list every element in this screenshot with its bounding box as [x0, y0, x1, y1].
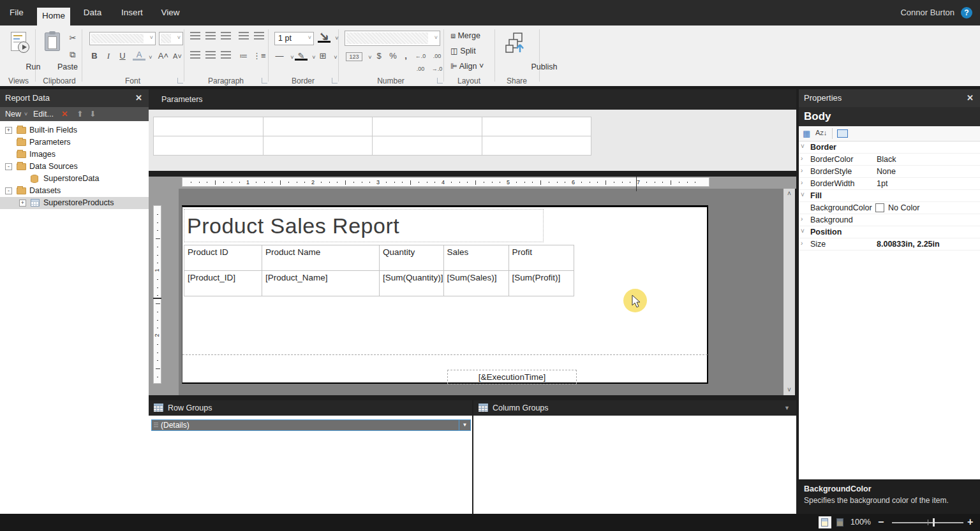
collapse-icon[interactable]: ˅ [801, 228, 805, 235]
tree-item-built-in-fields[interactable]: +Built-in Fields [0, 124, 149, 136]
tree-item-parameters[interactable]: Parameters [0, 136, 149, 149]
paste-button[interactable]: Paste [38, 29, 68, 74]
font-dialog-launcher[interactable] [177, 78, 183, 84]
align-left-button[interactable] [189, 50, 202, 62]
property-row-background[interactable]: ›Background [799, 214, 980, 226]
align-center-button[interactable] [204, 50, 217, 62]
align-right-button[interactable] [219, 50, 232, 62]
property-row-bordercolor[interactable]: ›BorderColorBlack [799, 154, 980, 166]
fill-color-button[interactable]: 🡶 [318, 31, 330, 43]
parameter-cell[interactable] [482, 136, 592, 156]
font-name-combo[interactable]: ˅ [89, 32, 156, 45]
parameter-cell[interactable] [263, 117, 373, 136]
table-data-cell[interactable]: [Product_Name] [262, 271, 380, 296]
align-top-button[interactable] [189, 31, 202, 43]
border-dialog-launcher[interactable] [332, 78, 338, 84]
table-header-cell[interactable]: Sales [443, 245, 509, 271]
expand-icon[interactable]: › [801, 155, 803, 162]
property-pages-icon[interactable] [837, 129, 848, 138]
edit-button[interactable]: Edit... [33, 107, 54, 121]
delete-icon[interactable]: ✕ [61, 107, 68, 121]
details-dropdown-icon[interactable]: ▼ [459, 420, 470, 430]
publish-button[interactable]: Publish [498, 29, 533, 74]
numbering-button[interactable]: ⋮≡ [253, 50, 265, 62]
new-button[interactable]: New [5, 107, 21, 121]
expand-icon[interactable]: › [801, 240, 803, 247]
expand-icon[interactable]: + [5, 127, 12, 134]
property-row-borderstyle[interactable]: ›BorderStyleNone [799, 166, 980, 178]
run-view-button[interactable] [834, 516, 847, 528]
row-group-details[interactable]: (Details) ▼ [151, 419, 471, 431]
percent-button[interactable]: % [387, 50, 399, 62]
currency-button[interactable]: $ [373, 50, 385, 62]
align-bottom-button[interactable] [219, 31, 232, 43]
shrink-font-button[interactable]: A˅ [171, 50, 184, 62]
table-header-cell[interactable]: Product Name [262, 245, 380, 271]
copy-icon[interactable]: ⧉ [66, 48, 79, 61]
merge-button[interactable]: ⧈ Merge [450, 29, 491, 42]
new-dropdown-icon[interactable]: ˅ [24, 107, 27, 121]
categorized-icon[interactable]: ▦ [803, 129, 810, 138]
collapse-icon[interactable]: ˅ [801, 191, 805, 198]
color-swatch[interactable] [875, 203, 884, 212]
borders-button[interactable]: ⊞ [316, 50, 329, 62]
comma-button[interactable]: , [399, 50, 412, 62]
italic-button[interactable]: I [102, 50, 115, 62]
property-row-backgroundcolor[interactable]: BackgroundColorNo Color [799, 202, 980, 214]
expand-icon[interactable]: › [801, 215, 803, 222]
tree-item-superstoreproducts[interactable]: +SuperstoreProducts [0, 197, 149, 209]
zoom-out-button[interactable]: − [878, 514, 884, 531]
property-category-fill[interactable]: ˅Fill [799, 190, 980, 202]
parameter-cell[interactable] [372, 117, 482, 136]
column-groups-dropdown-icon[interactable]: ▼ [784, 400, 790, 416]
execution-time-textbox[interactable]: [&ExecutionTime] [447, 370, 577, 384]
decrease-indent-button[interactable] [237, 31, 250, 43]
paragraph-dialog-launcher[interactable] [262, 78, 267, 84]
tab-data[interactable]: Data [78, 0, 107, 25]
table-data-cell[interactable]: [Sum(Sales)] [443, 271, 509, 296]
pen-color-button[interactable]: ✎ [295, 50, 308, 61]
report-table[interactable]: Product IDProduct NameQuantitySalesProfi… [184, 245, 574, 296]
border-width-combo[interactable]: 1 pt˅ [274, 32, 314, 45]
parameter-cell[interactable] [153, 117, 264, 136]
align-middle-button[interactable] [204, 31, 217, 43]
expand-icon[interactable]: › [801, 167, 803, 174]
zoom-slider-thumb[interactable] [933, 518, 935, 527]
collapse-icon[interactable]: - [5, 163, 12, 170]
property-row-size[interactable]: ›Size8.00833in, 2.25in [799, 238, 980, 251]
table-header-cell[interactable]: Product ID [184, 245, 262, 271]
expand-icon[interactable]: › [801, 179, 803, 186]
tree-item-data-sources[interactable]: -Data Sources [0, 161, 149, 173]
expand-icon[interactable]: + [19, 200, 26, 207]
zoom-in-button[interactable]: + [967, 514, 973, 531]
number-format-combo[interactable]: ˅ [345, 31, 440, 46]
tree-item-images[interactable]: Images [0, 149, 149, 161]
report-title-textbox[interactable]: Product Sales Report [184, 209, 544, 242]
property-value[interactable]: Black [877, 155, 896, 164]
tab-file[interactable]: File [4, 0, 29, 25]
bold-button[interactable]: B [88, 50, 101, 62]
property-row-borderwidth[interactable]: ›BorderWidth1pt [799, 178, 980, 190]
design-view-button[interactable] [819, 516, 831, 528]
underline-button[interactable]: U [116, 50, 129, 62]
table-data-cell[interactable]: [Product_ID] [184, 271, 262, 296]
parameter-cell[interactable] [263, 136, 373, 156]
parameter-cell[interactable] [153, 136, 264, 156]
grow-font-button[interactable]: A˄ [157, 50, 170, 62]
table-data-cell[interactable]: [Sum(Profit)] [509, 271, 574, 296]
parameter-cell[interactable] [372, 136, 482, 156]
cut-icon[interactable]: ✂ [66, 32, 79, 45]
font-color-button[interactable]: A [133, 50, 145, 61]
sort-az-icon[interactable]: AZ↓ [815, 129, 827, 136]
property-category-border[interactable]: ˅Border [799, 142, 980, 154]
font-size-combo[interactable]: ˅ [159, 32, 183, 45]
decrease-decimal-button[interactable]: .00→.0 [429, 50, 445, 62]
increase-indent-button[interactable] [253, 31, 265, 43]
scroll-up-icon[interactable]: ˄ [783, 189, 795, 199]
move-down-icon[interactable]: ⬇ [89, 107, 96, 121]
line-style-button[interactable]: — [273, 50, 286, 62]
property-value[interactable]: 8.00833in, 2.25in [877, 240, 940, 249]
vertical-scrollbar[interactable]: ˄ ˅ [783, 189, 795, 395]
bullets-button[interactable]: ≔ [237, 50, 250, 62]
parameter-cell[interactable] [482, 117, 592, 136]
